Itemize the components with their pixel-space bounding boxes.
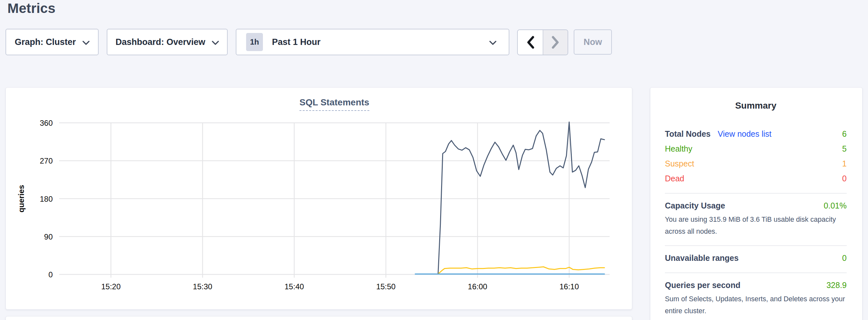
unavailable-ranges-value: 0 xyxy=(842,253,847,263)
healthy-nodes-row: Healthy 5 xyxy=(665,141,847,156)
dead-value: 0 xyxy=(842,174,847,183)
x-tick-label: 15:20 xyxy=(101,282,121,291)
graph-dropdown-label: Graph: Cluster xyxy=(14,37,76,47)
divider xyxy=(665,273,847,273)
y-tick-label: 270 xyxy=(40,156,53,165)
suspect-value: 1 xyxy=(842,159,847,168)
capacity-usage-value: 0.01% xyxy=(824,201,847,211)
x-tick-label: 16:10 xyxy=(559,282,579,291)
now-button[interactable]: Now xyxy=(574,29,612,55)
chevron-down-icon xyxy=(489,41,496,45)
y-tick-label: 360 xyxy=(40,119,53,127)
queries-per-second-description: Sum of Selects, Updates, Inserts, and De… xyxy=(665,293,847,317)
capacity-usage-row: Capacity Usage 0.01% xyxy=(665,198,847,213)
x-tick-label: 15:40 xyxy=(285,282,304,291)
healthy-label: Healthy xyxy=(665,144,692,154)
time-range-badge: 1h xyxy=(246,33,263,51)
time-step-buttons xyxy=(517,29,568,55)
x-tick-label: 15:30 xyxy=(193,282,212,291)
previous-timeframe-button[interactable] xyxy=(518,30,542,55)
time-range-selector[interactable]: 1h Past 1 Hour xyxy=(236,29,509,55)
capacity-usage-label: Capacity Usage xyxy=(665,201,725,211)
divider xyxy=(665,193,847,194)
next-chart-card-partial xyxy=(5,316,632,320)
sql-statements-chart[interactable]: 09018027036015:2015:3015:4015:5016:0016:… xyxy=(6,88,632,310)
total-nodes-label: Total Nodes xyxy=(665,129,711,139)
divider xyxy=(665,245,847,246)
y-tick-label: 180 xyxy=(40,195,53,203)
x-tick-label: 15:50 xyxy=(376,282,396,291)
view-nodes-list-link[interactable]: View nodes list xyxy=(718,129,771,139)
queries-per-second-row: Queries per second 328.9 xyxy=(665,278,847,292)
y-tick-label: 0 xyxy=(49,270,53,279)
healthy-value: 5 xyxy=(842,144,847,154)
chevron-right-icon xyxy=(551,36,560,49)
suspect-nodes-row: Suspect 1 xyxy=(665,156,847,171)
graph-dropdown[interactable]: Graph: Cluster xyxy=(5,29,99,55)
chevron-left-icon xyxy=(526,36,534,49)
summary-title: Summary xyxy=(665,100,847,111)
sql-statements-card: SQL Statements 09018027036015:2015:3015:… xyxy=(5,87,632,310)
dashboard-dropdown[interactable]: Dashboard: Overview xyxy=(107,29,228,55)
chevron-down-icon xyxy=(83,41,90,45)
next-timeframe-button[interactable] xyxy=(542,30,567,55)
total-nodes-value: 6 xyxy=(842,129,847,139)
page-title: Metrics xyxy=(7,1,55,16)
suspect-label: Suspect xyxy=(665,159,694,168)
unavailable-ranges-label: Unavailable ranges xyxy=(665,253,739,263)
capacity-usage-description: You are using 315.9 MiB of 3.6 TiB usabl… xyxy=(665,214,847,237)
time-range-label: Past 1 Hour xyxy=(272,37,320,47)
dead-nodes-row: Dead 0 xyxy=(665,171,847,186)
dashboard-dropdown-label: Dashboard: Overview xyxy=(116,37,205,47)
y-tick-label: 90 xyxy=(44,232,53,241)
chevron-down-icon xyxy=(212,41,219,45)
x-tick-label: 16:00 xyxy=(468,282,487,291)
total-nodes-row: Total Nodes View nodes list 6 xyxy=(665,126,847,141)
summary-panel: Summary Total Nodes View nodes list 6 He… xyxy=(650,87,863,320)
series-line-yellow xyxy=(438,267,604,274)
dead-label: Dead xyxy=(665,174,684,183)
y-axis-label: queries xyxy=(17,185,26,212)
queries-per-second-label: Queries per second xyxy=(665,281,740,290)
unavailable-ranges-row: Unavailable ranges 0 xyxy=(665,251,847,265)
queries-per-second-value: 328.9 xyxy=(826,281,847,290)
chart-title[interactable]: SQL Statements xyxy=(300,97,369,111)
series-line-dark-blue xyxy=(438,122,604,274)
